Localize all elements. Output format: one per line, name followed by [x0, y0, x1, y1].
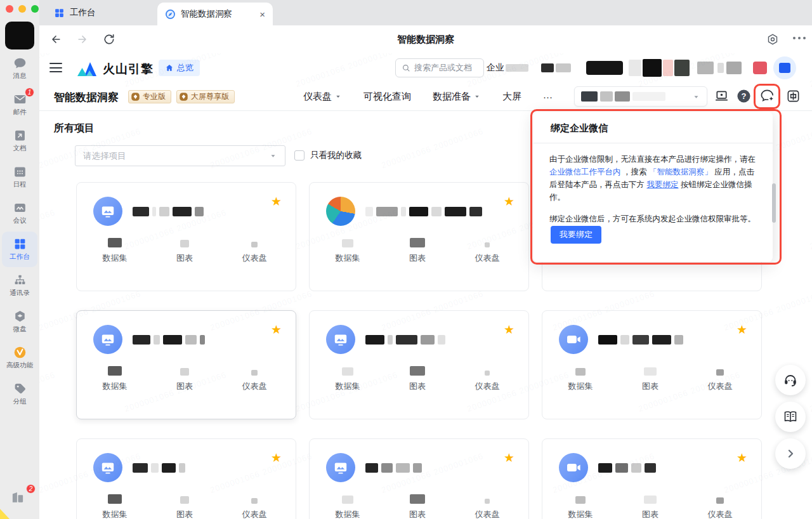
- stat-label: 图表: [158, 381, 211, 392]
- avatar-glyph-icon: [100, 203, 116, 220]
- favorite-star-icon[interactable]: ★: [271, 195, 282, 207]
- sidebar-item-label: 日程: [13, 180, 27, 189]
- stat-value-redacted: [228, 231, 281, 247]
- sidebar-item-label: 通讯录: [10, 289, 30, 298]
- close-icon[interactable]: ×: [259, 10, 265, 19]
- redacted-block: [506, 64, 528, 72]
- console-icon[interactable]: [714, 89, 729, 103]
- tab-workbench[interactable]: 工作台: [48, 0, 124, 25]
- stat-value-redacted: [554, 487, 607, 504]
- sidebar-item[interactable]: 文档: [2, 123, 37, 159]
- sidebar-item[interactable]: 日程: [2, 159, 37, 195]
- favorite-star-icon[interactable]: ★: [271, 452, 282, 464]
- menu-icon[interactable]: [49, 63, 62, 72]
- floating-button[interactable]: [775, 438, 806, 469]
- favorite-star-icon[interactable]: ★: [504, 324, 514, 336]
- section-heading: 所有项目: [54, 122, 95, 135]
- favorite-star-icon[interactable]: ★: [737, 452, 747, 464]
- stat-label: 图表: [391, 253, 444, 264]
- volcengine-logo-icon: [76, 58, 98, 77]
- close-window-icon: [6, 5, 13, 13]
- sidebar-item-apps[interactable]: 2: [9, 489, 30, 508]
- sidebar-item[interactable]: 微盘: [2, 304, 37, 339]
- account-label[interactable]: 企业: [487, 62, 504, 74]
- project-card[interactable]: ★ 数据集 图表 仪表盘: [309, 310, 529, 419]
- project-avatar: [93, 325, 122, 354]
- favorite-star-icon[interactable]: ★: [271, 324, 282, 336]
- stat-datasets: 数据集: [554, 359, 607, 392]
- corner-artifact: [0, 509, 10, 519]
- stat-value-redacted: [461, 231, 514, 247]
- workbench-grid-icon: [54, 8, 65, 18]
- stat-value-redacted: [88, 487, 141, 504]
- stat-dashboards: 仪表盘: [228, 359, 281, 392]
- zoom-window-icon: [31, 5, 39, 13]
- product-nav: 火山引擎 总览 搜索产品或文档 企业: [39, 53, 812, 82]
- floating-button-icon: [783, 372, 798, 388]
- help-icon[interactable]: ?: [737, 89, 751, 103]
- sidebar-item[interactable]: 分组: [2, 376, 37, 412]
- favorite-star-icon[interactable]: ★: [504, 195, 514, 207]
- notification-flag-icon[interactable]: [753, 62, 767, 74]
- user-avatar[interactable]: [5, 22, 34, 49]
- floating-button[interactable]: [775, 402, 806, 432]
- settings-hexnut-icon[interactable]: [766, 33, 779, 46]
- floating-button[interactable]: [775, 365, 806, 395]
- project-title-redacted: [598, 335, 683, 345]
- favorite-star-icon[interactable]: ★: [504, 452, 514, 464]
- stat-datasets: 数据集: [88, 231, 141, 264]
- favorite-star-icon[interactable]: ★: [737, 324, 747, 336]
- app-nav: 智能数据洞察 专业版 大屏尊享版 仪表盘: [39, 82, 812, 111]
- app-nav-link[interactable]: 可视化查询: [363, 91, 411, 103]
- redacted-block: [541, 63, 554, 72]
- sidebar-item[interactable]: 工作台: [2, 232, 37, 267]
- app-avatar-icon[interactable]: [773, 56, 796, 79]
- sidebar-item[interactable]: 会议: [2, 195, 37, 231]
- chevron-down-icon: [334, 93, 342, 100]
- stat-label: 图表: [158, 509, 211, 519]
- stat-datasets: 数据集: [554, 487, 607, 519]
- avatar-glyph-icon: [100, 331, 116, 348]
- redacted-block: [629, 60, 641, 76]
- stat-dashboards: 仪表盘: [461, 487, 514, 519]
- stat-label: 仪表盘: [228, 381, 281, 392]
- workspace-select[interactable]: [574, 86, 707, 107]
- sidebar-item-icon: [13, 201, 27, 214]
- sidebar-item-label: 会议: [13, 216, 27, 225]
- app-window: 2000001066 20000010662000001066 20000010…: [0, 0, 812, 519]
- traffic-lights[interactable]: [6, 5, 39, 13]
- stat-charts: 图表: [391, 231, 444, 264]
- embed-workbench-icon[interactable]: [786, 89, 801, 103]
- project-card[interactable]: ★ 数据集 图表 仪表盘: [542, 438, 762, 519]
- tab-smart-data-insight[interactable]: 智能数据洞察 ×: [157, 3, 273, 25]
- brand-name[interactable]: 火山引擎: [103, 61, 154, 77]
- app-nav-link[interactable]: 大屏: [502, 91, 521, 103]
- search-input[interactable]: 搜索产品或文档: [395, 58, 484, 77]
- sidebar-item[interactable]: 通讯录: [2, 268, 37, 303]
- avatar-glyph-icon: [565, 331, 582, 348]
- app-nav-link[interactable]: 数据准备: [433, 91, 481, 103]
- sidebar-item[interactable]: 消息: [2, 51, 37, 86]
- project-card[interactable]: ★ 数据集 图表 仪表盘: [76, 310, 296, 419]
- more-icon[interactable]: [793, 37, 806, 39]
- stat-value-redacted: [461, 487, 514, 504]
- app-nav-link[interactable]: 仪表盘: [303, 91, 342, 103]
- favorites-checkbox[interactable]: [294, 150, 304, 161]
- scrollbar-thumb[interactable]: [772, 183, 776, 223]
- project-select[interactable]: 请选择项目: [75, 145, 285, 166]
- project-card[interactable]: ★ 数据集 图表 仪表盘: [309, 182, 529, 291]
- stat-value-redacted: [321, 231, 374, 247]
- stat-label: 仪表盘: [461, 509, 514, 519]
- app-nav-link[interactable]: ···: [543, 91, 553, 102]
- project-card[interactable]: ★ 数据集 图表 仪表盘: [76, 438, 296, 519]
- sidebar-item[interactable]: 高级功能: [2, 340, 37, 376]
- project-card[interactable]: ★ 数据集 图表 仪表盘: [309, 438, 529, 519]
- sidebar-item-label: 高级功能: [6, 361, 33, 370]
- project-title-redacted: [365, 335, 445, 345]
- project-card[interactable]: ★ 数据集 图表 仪表盘: [542, 310, 762, 419]
- sidebar-item[interactable]: 1 邮件: [2, 87, 37, 122]
- project-card[interactable]: ★ 数据集 图表 仪表盘: [76, 182, 296, 291]
- stat-label: 图表: [158, 253, 211, 264]
- overview-button[interactable]: 总览: [159, 60, 200, 76]
- project-avatar: [93, 453, 122, 482]
